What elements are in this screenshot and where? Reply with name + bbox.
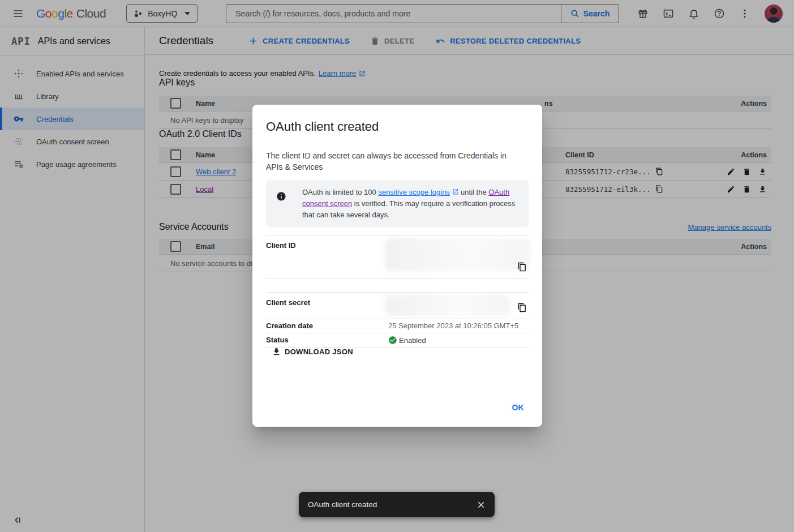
notice-pre: OAuth is limited to 100	[302, 188, 378, 196]
client-secret-row: Client secret	[266, 292, 529, 319]
close-icon[interactable]	[477, 500, 486, 509]
creation-date-row: Creation date 25 September 2023 at 10:26…	[266, 319, 529, 333]
client-id-redacted	[385, 238, 530, 271]
copy-icon[interactable]	[517, 303, 527, 312]
creation-date-label: Creation date	[266, 319, 313, 333]
dialog-title: OAuth client created	[266, 119, 379, 134]
info-icon	[276, 191, 286, 201]
oauth-client-created-dialog: OAuth client created The client ID and s…	[252, 105, 542, 427]
notice-mid: until the	[459, 188, 489, 196]
status-label: Status	[266, 333, 289, 347]
download-icon	[272, 347, 281, 357]
sensitive-scope-logins-link[interactable]: sensitive scope logins	[378, 188, 449, 196]
status-row: Status Enabled	[266, 333, 529, 347]
row-gap	[266, 278, 529, 292]
dialog-fields: Client ID Client secret Creation date 25…	[266, 235, 529, 347]
client-secret-label: Client secret	[266, 296, 310, 310]
status-text: Enabled	[399, 336, 426, 345]
client-id-redacted	[513, 250, 530, 257]
verification-notice: OAuth is limited to 100 sensitive scope …	[266, 180, 529, 228]
client-secret-redacted	[385, 295, 510, 316]
notice-text: OAuth is limited to 100 sensitive scope …	[302, 187, 518, 221]
creation-date-value: 25 September 2023 at 10:26:05 GMT+5	[388, 319, 518, 333]
dialog-subtitle: The client ID and secret can always be a…	[266, 150, 521, 173]
snackbar-message: OAuth client created	[308, 500, 377, 509]
check-circle-icon	[388, 336, 397, 345]
status-value: Enabled	[388, 333, 426, 347]
download-json-label: DOWNLOAD JSON	[285, 347, 353, 356]
external-link-icon	[452, 188, 459, 195]
copy-icon[interactable]	[517, 262, 527, 272]
client-id-label: Client ID	[266, 239, 296, 252]
download-json-button[interactable]: DOWNLOAD JSON	[272, 347, 353, 357]
ok-button[interactable]: OK	[507, 400, 529, 415]
snackbar: OAuth client created	[299, 492, 495, 517]
client-id-row: Client ID	[266, 235, 529, 278]
